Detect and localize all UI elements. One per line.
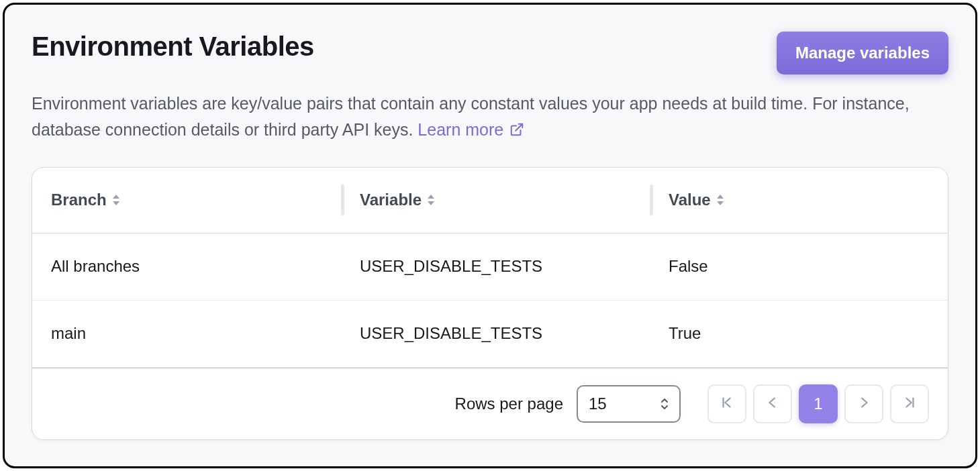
rows-per-page-value: 15 [589, 395, 607, 413]
chevron-first-icon [720, 395, 734, 412]
cell-branch: main [32, 324, 341, 343]
learn-more-label: Learn more [418, 120, 503, 139]
env-vars-table: Branch Variable Value All b [32, 167, 948, 440]
sort-icon [716, 195, 724, 205]
pager-prev-button[interactable] [753, 384, 792, 423]
svg-marker-4 [428, 201, 434, 205]
table-header-row: Branch Variable Value [32, 168, 948, 233]
manage-variables-button[interactable]: Manage variables [777, 32, 948, 74]
sort-icon [427, 195, 435, 205]
cell-variable: USER_DISABLE_TESTS [341, 257, 650, 276]
chevron-last-icon [902, 395, 917, 412]
external-link-icon [509, 118, 524, 144]
svg-marker-2 [113, 201, 119, 205]
cell-value: True [650, 324, 948, 343]
pager: 1 [707, 384, 929, 423]
svg-marker-1 [113, 195, 119, 199]
pager-page-1-button[interactable]: 1 [799, 384, 838, 423]
pager-next-button[interactable] [844, 384, 883, 423]
svg-line-0 [516, 124, 522, 131]
table-footer: Rows per page 15 1 [32, 368, 948, 439]
pager-last-button[interactable] [890, 384, 929, 423]
svg-marker-3 [428, 195, 434, 199]
rows-per-page-label: Rows per page [455, 395, 563, 413]
chevron-right-icon [856, 395, 871, 412]
table-row: All branches USER_DISABLE_TESTS False [32, 233, 948, 301]
column-divider [650, 185, 653, 215]
pager-first-button[interactable] [707, 384, 746, 423]
learn-more-link[interactable]: Learn more [418, 120, 524, 139]
column-divider [341, 185, 344, 215]
column-header-variable[interactable]: Variable [341, 168, 650, 233]
column-header-branch-label: Branch [51, 191, 107, 209]
description-text: Environment variables are key/value pair… [32, 91, 948, 144]
column-header-value-label: Value [669, 191, 711, 209]
page-title: Environment Variables [32, 32, 314, 62]
table-row: main USER_DISABLE_TESTS True [32, 301, 948, 368]
cell-branch: All branches [32, 257, 341, 276]
rows-per-page-select[interactable]: 15 [577, 385, 681, 423]
stepper-icon [660, 398, 669, 410]
cell-variable: USER_DISABLE_TESTS [341, 324, 650, 343]
column-header-branch[interactable]: Branch [32, 168, 341, 233]
environment-variables-panel: Environment Variables Manage variables E… [3, 3, 977, 468]
svg-marker-6 [717, 201, 724, 205]
column-header-value[interactable]: Value [650, 168, 948, 233]
header-row: Environment Variables Manage variables [32, 32, 948, 74]
sort-icon [112, 195, 120, 205]
column-header-variable-label: Variable [360, 191, 422, 209]
svg-marker-5 [717, 195, 724, 199]
cell-value: False [650, 257, 948, 276]
chevron-left-icon [765, 395, 780, 412]
